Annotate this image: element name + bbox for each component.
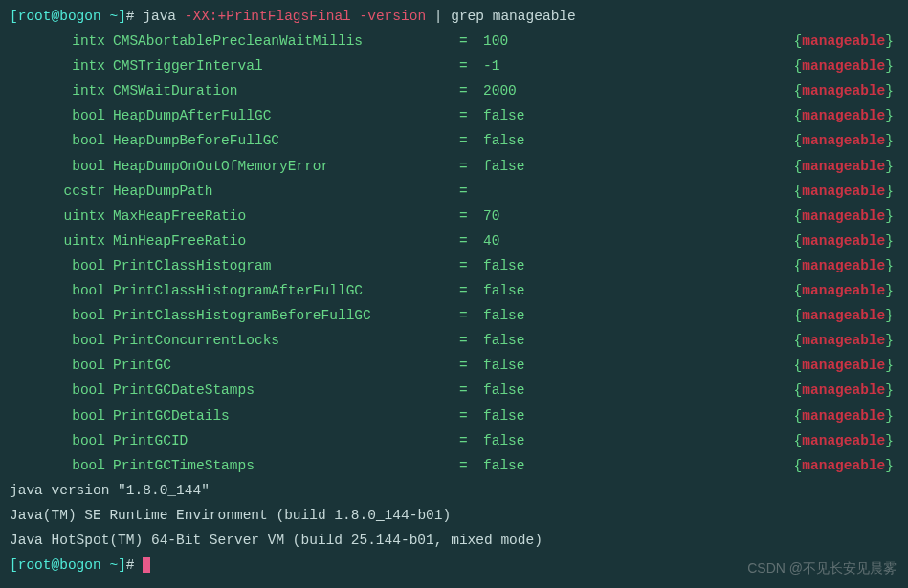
flag-row: boolPrintClassHistogramBeforeFullGC=fals… (10, 303, 898, 328)
flag-type: bool (10, 103, 105, 128)
flag-category: {manageable} (794, 54, 898, 78)
flag-type: intx (10, 54, 105, 78)
flag-category-label: manageable (802, 83, 885, 98)
flag-name: PrintGC (105, 353, 459, 378)
flag-type: intx (10, 78, 105, 103)
flag-value: false (483, 303, 794, 328)
flag-type: bool (10, 253, 105, 278)
flag-type: intx (10, 29, 105, 54)
flag-type: bool (10, 428, 105, 453)
flag-equals: = (459, 378, 483, 403)
flag-value: false (483, 453, 794, 478)
flag-value: 2000 (483, 78, 794, 103)
command-pipe-grep: | grep manageable (426, 9, 576, 24)
flag-row: boolHeapDumpOnOutOfMemoryError=false{man… (10, 154, 898, 179)
java-version-line2: Java(TM) SE Runtime Environment (build 1… (10, 503, 898, 528)
prompt-user-host: root@bogon (18, 557, 101, 573)
flag-equals: = (459, 428, 483, 453)
flag-row: uintxMaxHeapFreeRatio=70{manageable} (10, 204, 898, 229)
flag-row: boolPrintClassHistogramAfterFullGC=false… (10, 278, 898, 303)
flag-category-label: manageable (802, 58, 885, 74)
flag-type: bool (10, 378, 105, 403)
flag-category: {manageable} (794, 378, 898, 403)
watermark: CSDN @不见长安见晨雾 (747, 556, 897, 580)
prompt-open-bracket: [ (10, 557, 18, 573)
flag-row: intxCMSWaitDuration=2000{manageable} (10, 78, 898, 103)
flag-value: false (483, 128, 794, 153)
flag-row: boolHeapDumpBeforeFullGC=false{manageabl… (10, 128, 898, 153)
flag-category: {manageable} (794, 179, 898, 204)
flag-row: intxCMSTriggerInterval=-1{manageable} (10, 54, 898, 78)
flag-row: intxCMSAbortablePrecleanWaitMillis=100{m… (10, 29, 898, 54)
flag-equals: = (459, 204, 483, 229)
flag-row: boolPrintGCDetails=false{manageable} (10, 403, 898, 428)
flag-row: boolPrintGC=false{manageable} (10, 353, 898, 378)
flag-category: {manageable} (794, 303, 898, 328)
flag-type: bool (10, 353, 105, 378)
flag-category-label: manageable (802, 283, 885, 298)
flag-equals: = (459, 353, 483, 378)
flag-category: {manageable} (794, 428, 898, 453)
flag-value (483, 179, 794, 204)
flag-type: ccstr (10, 179, 105, 204)
flag-type: bool (10, 453, 105, 478)
flag-category: {manageable} (794, 103, 898, 128)
flag-equals: = (459, 179, 483, 204)
flag-name: PrintClassHistogram (105, 253, 459, 278)
flag-value: 100 (483, 29, 794, 54)
flag-row: boolPrintGCDateStamps=false{manageable} (10, 378, 898, 403)
flag-category: {manageable} (794, 353, 898, 378)
flag-value: false (483, 353, 794, 378)
flag-value: false (483, 103, 794, 128)
prompt-hash: # (126, 557, 143, 573)
flag-name: PrintConcurrentLocks (105, 328, 459, 353)
flag-category-label: manageable (802, 433, 885, 448)
flag-value: false (483, 428, 794, 453)
flag-type: uintx (10, 229, 105, 253)
flag-type: bool (10, 278, 105, 303)
flag-value: false (483, 253, 794, 278)
java-version-line3: Java HotSpot(TM) 64-Bit Server VM (build… (10, 528, 898, 553)
flag-category-label: manageable (802, 382, 885, 398)
flag-value: false (483, 328, 794, 353)
command-java: java (143, 9, 185, 24)
flag-row: boolPrintClassHistogram=false{manageable… (10, 253, 898, 278)
prompt-path: ~ (101, 9, 118, 24)
flag-name: PrintGCDateStamps (105, 378, 459, 403)
flag-value: false (483, 403, 794, 428)
flag-value: false (483, 378, 794, 403)
flag-category: {manageable} (794, 253, 898, 278)
flag-category: {manageable} (794, 453, 898, 478)
command-line: [root@bogon ~]# java -XX:+PrintFlagsFina… (10, 4, 898, 29)
flag-category: {manageable} (794, 29, 898, 54)
flag-equals: = (459, 78, 483, 103)
flag-name: CMSAbortablePrecleanWaitMillis (105, 29, 459, 54)
flag-value: 40 (483, 229, 794, 253)
flag-category: {manageable} (794, 78, 898, 103)
flag-category-label: manageable (802, 458, 885, 473)
flag-category-label: manageable (802, 358, 885, 373)
flag-type: uintx (10, 204, 105, 229)
flag-equals: = (459, 54, 483, 78)
prompt-path: ~ (101, 557, 118, 573)
flag-name: PrintGCID (105, 428, 459, 453)
flag-category-label: manageable (802, 33, 885, 49)
flag-name: PrintClassHistogramAfterFullGC (105, 278, 459, 303)
cursor-icon (143, 557, 150, 573)
prompt-close-bracket: ] (118, 9, 126, 24)
flag-type: bool (10, 328, 105, 353)
flag-category-label: manageable (802, 133, 885, 148)
flag-row: ccstrHeapDumpPath={manageable} (10, 179, 898, 204)
flag-value: 70 (483, 204, 794, 229)
flag-equals: = (459, 154, 483, 179)
flag-row: boolPrintGCTimeStamps=false{manageable} (10, 453, 898, 478)
flag-category-label: manageable (802, 108, 885, 123)
flag-equals: = (459, 303, 483, 328)
flag-category: {manageable} (794, 229, 898, 253)
flag-equals: = (459, 328, 483, 353)
flag-name: MinHeapFreeRatio (105, 229, 459, 253)
flag-name: PrintGCTimeStamps (105, 453, 459, 478)
flag-type: bool (10, 128, 105, 153)
flag-name: PrintClassHistogramBeforeFullGC (105, 303, 459, 328)
flag-equals: = (459, 103, 483, 128)
